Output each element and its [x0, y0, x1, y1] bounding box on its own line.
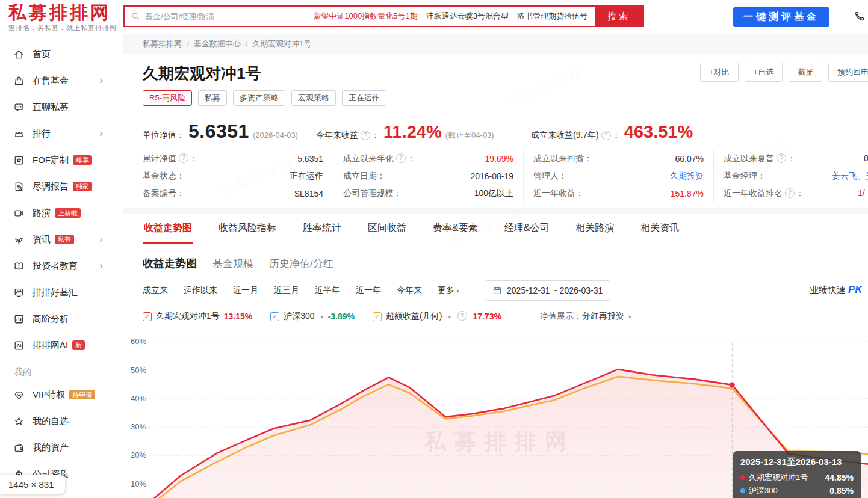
subtab-基金规模[interactable]: 基金规模: [212, 257, 253, 271]
sidebar-item-路演[interactable]: 路演上新啦: [0, 200, 123, 226]
fund-summary-card: 私募排排网 私募排排网 私募排排网 久期宏观对冲1号 R5-高风险私募多资产策略…: [123, 54, 868, 208]
legend-item-沪深300[interactable]: ✓沪深300▾-3.89%: [270, 311, 355, 322]
help-icon[interactable]: ?: [785, 188, 795, 198]
performance-pk-link[interactable]: 业绩快速PK: [810, 284, 863, 296]
detail-value[interactable]: 姜云飞、吴: [832, 167, 868, 185]
search-button[interactable]: 搜索: [595, 7, 643, 26]
tab-收益走势图[interactable]: 收益走势图: [143, 214, 193, 244]
sidebar-item-直聊私募[interactable]: 直聊私募: [0, 94, 123, 120]
period-近一月[interactable]: 近一月: [233, 285, 258, 296]
chevron-down-icon[interactable]: ▾: [321, 313, 324, 320]
sidebar-item-排排好基汇[interactable]: 排排好基汇: [0, 279, 123, 306]
phone-icon[interactable]: [854, 10, 866, 22]
search-box: 蒙玺中证1000指数量化5号1期沣跃通达云骥3号混合型洛书管理期货拾伍号 搜索: [123, 5, 644, 27]
sidebar-item-尽调报告[interactable]: 尽调报告独家: [0, 173, 123, 200]
metric-label: 成立来收益(9.7年): [531, 130, 599, 141]
legend-item-超额收益(几何)[interactable]: ✓超额收益(几何)▾?17.73%: [373, 311, 501, 322]
sidebar-item-投资者教育[interactable]: 投资者教育›: [0, 253, 123, 279]
metric-label: 单位净值: [143, 130, 176, 141]
tab-收益风险指标[interactable]: 收益风险指标: [217, 214, 277, 244]
hot-search-word[interactable]: 沣跃通达云骥3号混合型: [426, 11, 509, 22]
date-range-picker[interactable]: 2025-12-31 ~ 2026-03-31: [485, 280, 610, 301]
metric-value: 463.51%: [624, 122, 693, 142]
breadcrumb-item[interactable]: 私募排排网: [143, 38, 182, 49]
sidebar-item-首页[interactable]: 首页: [0, 41, 123, 67]
subtab-收益走势图[interactable]: 收益走势图: [143, 256, 197, 271]
help-icon[interactable]: ?: [777, 153, 786, 163]
period-运作以来[interactable]: 运作以来: [184, 285, 217, 296]
legend-label: 久期宏观对冲1号: [156, 311, 220, 322]
tab-胜率统计[interactable]: 胜率统计: [302, 214, 343, 244]
help-icon[interactable]: ?: [361, 131, 370, 140]
one-click-evaluate-button[interactable]: 一键测评基金: [733, 7, 829, 27]
help-icon[interactable]: ?: [601, 131, 611, 140]
sidebar-item-VIP特权[interactable]: VIP特权待申请: [0, 381, 123, 408]
svg-text:Ai: Ai: [16, 343, 21, 348]
help-icon[interactable]: ?: [179, 153, 188, 163]
sidebar-item-高阶分析[interactable]: 高阶分析: [0, 306, 123, 332]
period-近半年[interactable]: 近半年: [315, 285, 340, 296]
sidebar-item-我的资产[interactable]: 我的资产: [0, 434, 123, 461]
detail-value: 5.6351: [297, 154, 323, 164]
tab-经理&公司[interactable]: 经理&公司: [503, 214, 551, 244]
metric-colon: ：: [371, 130, 380, 141]
detail-value[interactable]: 久期投资: [670, 171, 704, 182]
detail-label: 基金经理：: [724, 171, 766, 182]
checkbox-checked-icon[interactable]: ✓: [373, 312, 382, 321]
site-logo[interactable]: 私募排排网 查排名，买私募，就上私募排排网: [8, 2, 117, 32]
metric-block: 单位净值：5.6351(2026-04-03): [143, 120, 316, 143]
chart-toolbar: 成立来运作以来近一月近三月近半年近一年今年来更多▾2025-12-31 ~ 20…: [123, 271, 868, 301]
period-近一年[interactable]: 近一年: [356, 285, 381, 296]
sidebar-badge: 新: [72, 340, 85, 350]
compare-button[interactable]: +对比: [700, 63, 739, 82]
chevron-down-icon: ▾: [456, 287, 459, 294]
tab-相关路演[interactable]: 相关路演: [574, 214, 615, 244]
period-近三月[interactable]: 近三月: [274, 285, 299, 296]
sidebar-item-我的自选[interactable]: 我的自选: [0, 408, 123, 434]
details-column: 成立以来年化?：19.69%成立日期：2016-08-19公司管理规模：100亿…: [333, 150, 523, 202]
breadcrumb-item[interactable]: 基金数据中心: [194, 38, 241, 49]
fund-tag: 多资产策略: [233, 90, 285, 106]
tab-相关资讯[interactable]: 相关资讯: [639, 214, 680, 244]
sidebar-item-资讯[interactable]: 资讯私募›: [0, 226, 123, 253]
period-今年来[interactable]: 今年来: [397, 285, 422, 296]
chevron-down-icon[interactable]: ▾: [448, 313, 451, 320]
sidebar-item-FOF定制[interactable]: FOF定制尊享: [0, 147, 123, 173]
help-icon[interactable]: ?: [396, 153, 406, 163]
detail-row: 近一年收益排名?：1/: [724, 185, 868, 202]
callback-button[interactable]: 预约回电: [828, 63, 868, 82]
nav-display-value[interactable]: 分红再投资: [582, 311, 627, 321]
hot-search-words: 蒙玺中证1000指数量化5号1期沣跃通达云骥3号混合型洛书管理期货拾伍号: [313, 11, 595, 22]
fund-tag: 正在运作: [342, 90, 386, 106]
help-icon[interactable]: ?: [457, 311, 467, 321]
checkbox-checked-icon[interactable]: ✓: [143, 312, 152, 321]
monitor-icon: [13, 287, 25, 298]
favorite-button[interactable]: +自选: [745, 63, 783, 82]
sidebar-badge: 待申请: [69, 390, 95, 399]
more-dropdown[interactable]: 更多▾: [438, 285, 459, 296]
sidebar-item-label: 我的资产: [33, 442, 69, 453]
screenshot-button[interactable]: 截屏: [789, 63, 822, 82]
tab-区间收益[interactable]: 区间收益: [367, 214, 408, 244]
chevron-down-icon[interactable]: ▾: [628, 313, 631, 320]
checkbox-checked-icon[interactable]: ✓: [270, 312, 279, 321]
sidebar-badge: 私募: [55, 235, 74, 244]
fund-tag: 宏观策略: [291, 90, 336, 106]
sidebar-item-排行[interactable]: 排行›: [0, 120, 123, 147]
details-column: 累计净值?：5.6351基金状态：正在运作备案编号：SL8154: [143, 150, 333, 202]
period-成立来[interactable]: 成立来: [143, 285, 168, 296]
search-input[interactable]: [144, 11, 313, 22]
sidebar-item-排排网AI[interactable]: Ai排排网AI新: [0, 332, 123, 358]
tab-费率&要素[interactable]: 费率&要素: [432, 214, 479, 244]
search-left: [125, 11, 313, 22]
chart-tooltip: 2025-12-31至2026-03-13久期宏观对冲1号44.85%沪深300…: [733, 451, 861, 498]
subtab-历史净值/分红[interactable]: 历史净值/分红: [269, 257, 333, 271]
hot-search-word[interactable]: 洛书管理期货拾伍号: [517, 11, 587, 22]
hot-search-word[interactable]: 蒙玺中证1000指数量化5号1期: [313, 11, 417, 22]
performance-chart[interactable]: 60%50%40%30%20%10%私募排排网2025-12-31至2026-0…: [123, 332, 868, 498]
sidebar-item-在售基金[interactable]: 在售基金›: [0, 67, 123, 94]
sidebar-item-label: 首页: [33, 49, 51, 60]
legend-item-久期宏观对冲1号[interactable]: ✓久期宏观对冲1号13.15%: [143, 311, 252, 322]
sidebar-item-label: 排排网AI: [33, 340, 68, 351]
detail-row: 近一年收益：151.87%: [533, 185, 704, 202]
